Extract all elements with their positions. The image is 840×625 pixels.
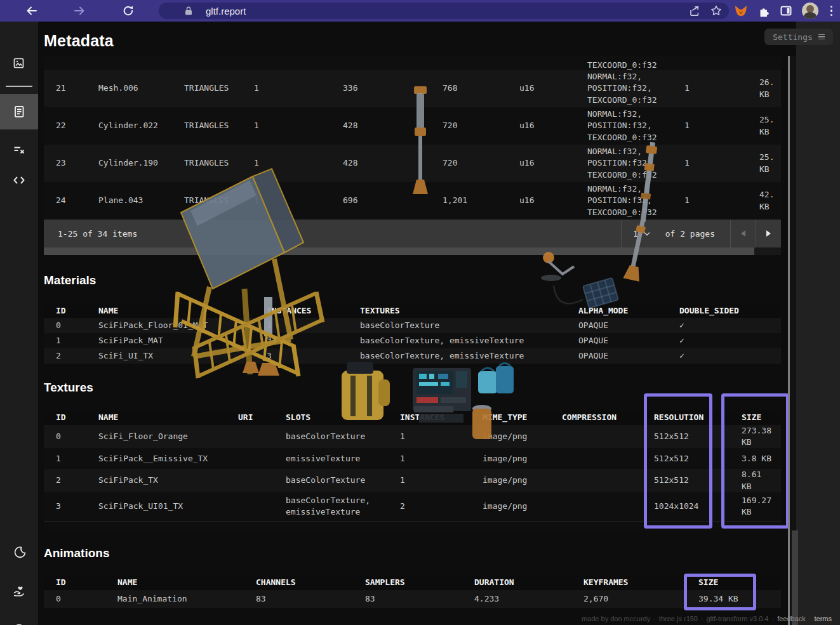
table-cell: image/png xyxy=(483,431,562,442)
table-cell: 720 xyxy=(443,157,519,169)
metamask-extension-icon[interactable] xyxy=(734,4,748,18)
materials-table: IDNAMEINSTANCESTEXTURESALPHA_MODEDOUBLE_… xyxy=(44,304,781,364)
meshes-table: TEXCOORD_0:f32 21Mesh.006TRIANGLES133676… xyxy=(44,56,781,220)
table-cell: 1 xyxy=(684,82,759,94)
table-row: 0SciFi_Floor_OrangebaseColorTexture1imag… xyxy=(44,425,781,448)
column-header: DOUBLE_SIDED xyxy=(679,305,781,317)
table-row: 21Mesh.006TRIANGLES1336768u16NORMAL:f32,… xyxy=(44,70,781,107)
reload-button[interactable] xyxy=(121,3,136,18)
table-cell: 1 xyxy=(400,475,483,486)
column-header: INSTANCES xyxy=(400,412,483,423)
pages-label: of 2 pages xyxy=(662,229,730,239)
browser-menu-button[interactable] xyxy=(828,6,835,16)
table-cell: 169.27 KB xyxy=(742,495,781,518)
table-cell: 23 xyxy=(56,157,98,169)
table-cell: Mesh.006 xyxy=(98,82,184,94)
footer-link[interactable]: feedback xyxy=(777,615,806,622)
table-row: 3SciFiPack_UI01_TXbaseColorTexture, emis… xyxy=(44,492,781,521)
extensions-puzzle-icon[interactable] xyxy=(757,4,770,17)
page-select[interactable]: 1 xyxy=(621,220,662,247)
table-cell: u16 xyxy=(519,82,587,94)
textures-title: Textures xyxy=(44,381,93,395)
back-button[interactable] xyxy=(24,3,39,18)
table-cell: u16 xyxy=(519,157,587,169)
table-cell: 1 xyxy=(400,431,483,442)
table-cell: 0 xyxy=(56,320,98,331)
table-cell: NORMAL:f32, POSITION:f32, TEXCOORD_0:f32 xyxy=(587,183,684,218)
column-header: SAMPLERS xyxy=(365,577,474,588)
table-cell: image/png xyxy=(483,453,562,464)
share-icon[interactable] xyxy=(688,4,701,17)
page-scrollbar[interactable] xyxy=(788,56,796,625)
table-cell: 1024x1024 xyxy=(654,501,742,512)
table-cell: baseColorTexture, emissiveTexture xyxy=(360,350,578,362)
browser-chrome: gltf.report xyxy=(0,0,840,22)
sidebar-item-import[interactable] xyxy=(0,46,38,81)
code-icon xyxy=(12,173,26,187)
list-x-icon xyxy=(12,143,26,157)
sidebar-divider xyxy=(6,86,32,87)
column-header: ALPHA_MODE xyxy=(578,305,679,317)
table-cell: 22 xyxy=(56,120,98,131)
table-cell: 428 xyxy=(343,157,443,169)
table-cell: ✓ xyxy=(679,350,781,362)
lock-icon[interactable] xyxy=(184,6,193,16)
table-cell: SciFiPack_UI01_TX xyxy=(98,501,238,512)
footer-link[interactable]: terms xyxy=(815,615,832,622)
sidebar-item-report[interactable] xyxy=(0,94,38,129)
sidebar-item-code[interactable] xyxy=(0,162,38,198)
reload-icon xyxy=(122,4,135,17)
meshes-partial-row: TEXCOORD_0:f32 xyxy=(44,56,781,70)
table-cell: 696 xyxy=(343,195,443,206)
side-panel-icon[interactable] xyxy=(780,4,792,17)
url-bar[interactable]: gltf.report xyxy=(159,3,729,19)
sidebar: ? xyxy=(0,22,38,625)
sidebar-item-theme-toggle[interactable] xyxy=(0,534,38,570)
sidebar-item-help[interactable]: ? xyxy=(0,612,38,625)
moon-icon xyxy=(12,545,26,559)
table-cell: image/png xyxy=(483,501,562,512)
table-cell: 428 xyxy=(343,120,443,131)
bookmark-star-icon[interactable] xyxy=(710,4,723,17)
prev-page-button[interactable] xyxy=(730,220,756,247)
next-page-button[interactable] xyxy=(756,220,781,247)
table-cell: ✓ xyxy=(679,335,781,346)
table-cell: 21 xyxy=(56,82,98,94)
table-cell: 1 xyxy=(400,453,483,464)
prev-arrow-icon xyxy=(741,230,745,237)
table-cell: 25. KB xyxy=(759,152,781,174)
table-cell: 24 xyxy=(56,195,98,206)
page-scrollbar-thumb[interactable] xyxy=(792,530,798,625)
table-cell: 1 xyxy=(56,453,98,464)
forward-button[interactable] xyxy=(72,3,87,18)
table-cell: Cylinder.022 xyxy=(98,120,184,131)
table-cell: 1 xyxy=(254,120,343,131)
table-cell: 0 xyxy=(56,593,117,605)
table-cell: SciFiPack_MAT xyxy=(98,335,267,346)
meshes-horizontal-scrollbar[interactable] xyxy=(44,247,781,255)
table-cell: SciFi_UI_TX xyxy=(98,350,267,362)
table-cell: 1 xyxy=(56,335,98,346)
table-cell: image/png xyxy=(483,475,562,486)
column-header: NAME xyxy=(98,305,267,317)
scrollbar-thumb[interactable] xyxy=(44,247,754,255)
next-arrow-icon xyxy=(766,230,771,237)
table-cell: NORMAL:f32, POSITION:f32, TEXCOORD_0:f32 xyxy=(587,71,684,106)
table-header-row: IDNAMEINSTANCESTEXTURESALPHA_MODEDOUBLE_… xyxy=(44,304,781,318)
pagination-summary: 1-25 of 34 items xyxy=(58,229,137,239)
table-cell: 26. KB xyxy=(759,77,781,100)
url-text[interactable]: gltf.report xyxy=(206,6,246,16)
table-cell: 1 xyxy=(254,82,343,94)
table-cell: 3.8 KB xyxy=(742,453,781,464)
table-cell: TRIANGLES xyxy=(184,195,254,206)
sidebar-item-donate[interactable] xyxy=(0,574,38,609)
textures-table: IDNAMEURISLOTSINSTANCESMIME_TYPECOMPRESS… xyxy=(44,411,781,532)
settings-button[interactable]: Settings xyxy=(764,29,833,45)
hand-heart-icon xyxy=(12,584,26,598)
profile-avatar[interactable] xyxy=(802,3,818,19)
image-icon xyxy=(12,56,26,70)
materials-title: Materials xyxy=(44,273,96,287)
table-cell: 2 xyxy=(56,475,98,486)
column-header: TEXTURES xyxy=(360,305,578,317)
table-cell: Cylinder.190 xyxy=(98,157,184,169)
